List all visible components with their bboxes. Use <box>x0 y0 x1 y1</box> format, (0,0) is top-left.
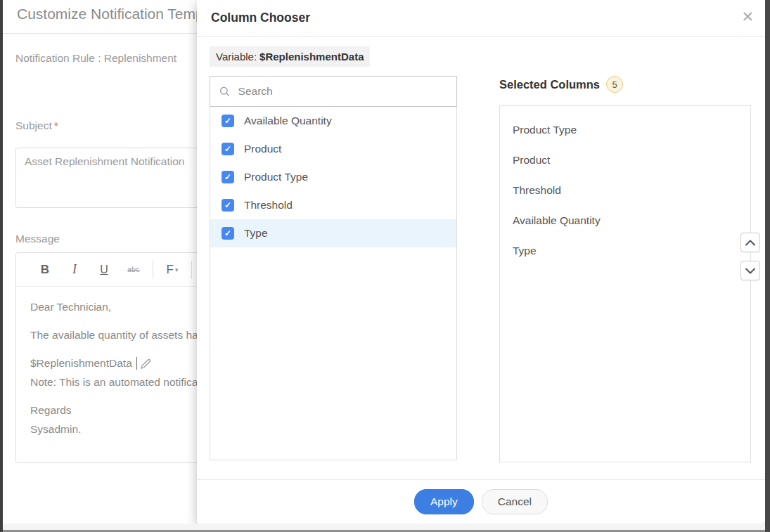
search-input[interactable] <box>238 85 447 98</box>
notification-rule-text: Notification Rule : Replenishment <box>15 52 177 65</box>
variable-token[interactable]: $ReplenishmentData <box>30 357 132 370</box>
dialog-footer: Apply Cancel <box>197 479 765 524</box>
underline-icon[interactable]: U <box>89 264 119 276</box>
variable-chip: Variable:$ReplenishmentData <box>210 46 370 67</box>
message-label: Message <box>15 233 60 245</box>
move-down-button[interactable] <box>740 261 760 280</box>
close-icon[interactable]: ✕ <box>741 9 754 24</box>
column-search[interactable] <box>210 76 457 107</box>
search-icon <box>219 86 231 98</box>
column-option-label: Product <box>244 143 281 155</box>
column-option-type[interactable]: ✓ Type <box>210 219 456 247</box>
italic-icon[interactable]: I <box>60 262 89 277</box>
toolbar-divider <box>191 261 192 279</box>
variable-label: Variable: <box>216 51 257 63</box>
chevron-down-icon <box>745 268 755 274</box>
font-dropdown[interactable]: F▾ <box>158 263 187 277</box>
edit-pencil-icon[interactable] <box>140 358 152 370</box>
selected-column-item[interactable]: Type <box>513 235 750 266</box>
column-chooser-dialog: Column Chooser ✕ Variable:$Replenishment… <box>197 0 765 524</box>
checkbox-checked-icon[interactable]: ✓ <box>222 143 234 155</box>
selected-column-item[interactable]: Available Quantity <box>513 205 750 235</box>
chevron-down-icon: ▾ <box>175 266 179 273</box>
column-option-available-quantity[interactable]: ✓ Available Quantity <box>210 107 456 135</box>
window-left-edge <box>0 0 3 532</box>
move-up-button[interactable] <box>740 233 760 252</box>
toolbar-divider <box>153 261 153 279</box>
window-right-edge <box>765 0 770 532</box>
column-option-label: Available Quantity <box>244 115 332 127</box>
selected-count-badge: 5 <box>606 76 623 93</box>
subject-value: Asset Replenishment Notification <box>25 155 184 167</box>
subject-label: Subject* <box>15 119 58 132</box>
variable-value: $ReplenishmentData <box>259 51 364 63</box>
apply-button[interactable]: Apply <box>414 489 474 514</box>
dialog-title: Column Chooser <box>211 11 310 25</box>
selected-columns-list: Product Type Product Threshold Available… <box>499 105 751 462</box>
checkbox-checked-icon[interactable]: ✓ <box>222 115 234 127</box>
column-option-threshold[interactable]: ✓ Threshold <box>210 191 456 219</box>
available-columns-list: ✓ Available Quantity ✓ Product ✓ Product… <box>210 106 457 460</box>
column-option-label: Type <box>244 227 268 240</box>
strikethrough-icon[interactable]: abc <box>119 266 148 273</box>
page-title: Customize Notification Template <box>17 6 228 22</box>
bold-icon[interactable]: B <box>30 263 60 277</box>
window-bottom-edge <box>0 524 770 532</box>
column-option-label: Threshold <box>244 199 293 212</box>
column-option-product-type[interactable]: ✓ Product Type <box>210 163 456 191</box>
column-option-product[interactable]: ✓ Product <box>210 135 456 163</box>
selected-column-item[interactable]: Threshold <box>513 175 750 205</box>
required-asterisk: * <box>54 119 58 131</box>
chevron-up-icon <box>745 240 755 246</box>
checkbox-checked-icon[interactable]: ✓ <box>222 199 234 212</box>
cancel-button[interactable]: Cancel <box>482 489 548 514</box>
column-option-label: Product Type <box>244 171 308 183</box>
text-caret <box>136 357 137 370</box>
checkbox-checked-icon[interactable]: ✓ <box>222 171 234 183</box>
dialog-header: Column Chooser ✕ <box>197 0 765 37</box>
selected-columns-title: Selected Columns <box>499 78 600 91</box>
selected-column-item[interactable]: Product Type <box>513 115 750 145</box>
checkbox-checked-icon[interactable]: ✓ <box>222 227 234 240</box>
selected-column-item[interactable]: Product <box>513 145 750 175</box>
selected-columns-header: Selected Columns 5 <box>499 76 623 93</box>
